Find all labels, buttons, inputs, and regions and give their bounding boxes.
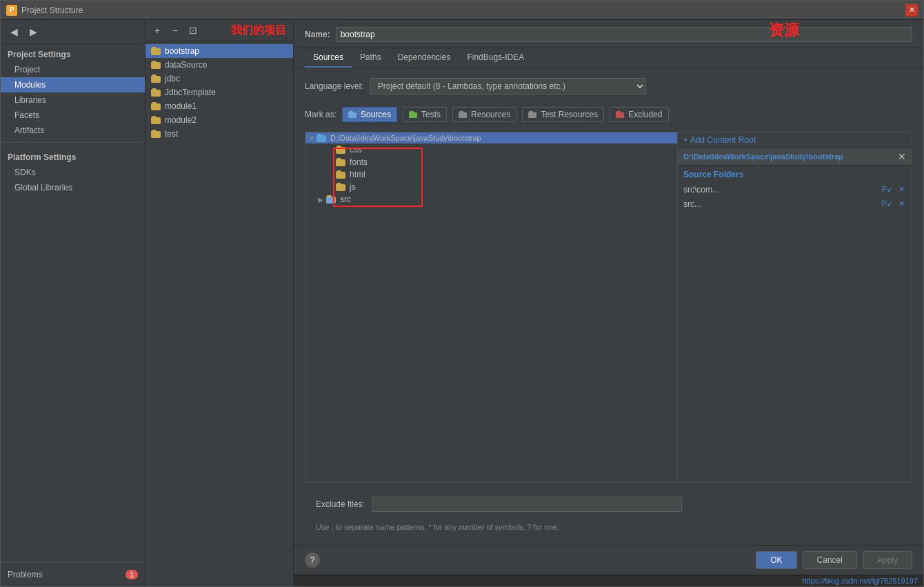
tree-item-css[interactable]: css (305, 143, 677, 156)
sidebar-item-project[interactable]: Project (1, 62, 145, 77)
tree-root-item[interactable]: ▼ D:\Data\IdeaWorkSpace\javaStudy\bootst… (305, 132, 677, 143)
name-label: Name: (305, 30, 330, 39)
tab-paths[interactable]: Paths (352, 48, 390, 68)
sidebar: ◀ ▶ Project Settings Project Modules Lib… (1, 20, 145, 586)
sidebar-item-global-libraries[interactable]: Global Libraries (1, 180, 145, 195)
source-folder-item-src: src... P↙ ✕ (678, 197, 912, 211)
panel-content: Language level: Project default (8 - Lam… (294, 68, 923, 545)
platform-settings-title: Platform Settings (1, 147, 145, 165)
tab-dependencies[interactable]: Dependencies (390, 48, 459, 68)
bottom-left: ? (305, 553, 320, 568)
ok-button[interactable]: OK (756, 551, 796, 569)
url-bar: https://blog.csdn.net/lgl782519197 (294, 575, 923, 586)
source-folder-edit-button[interactable]: P↙ (881, 184, 894, 195)
source-folder-item-srccom: src\com... P↙ ✕ (678, 182, 912, 197)
html-folder-icon (336, 170, 347, 179)
source-panel: + Add Content Root D:\Data\IdeaWorkSpace… (678, 132, 912, 483)
sidebar-item-facets[interactable]: Facets (1, 108, 145, 123)
tab-findbugs[interactable]: FindBugs-IDEA (459, 48, 532, 68)
name-row: Name: (294, 20, 923, 48)
css-folder-icon (336, 146, 347, 154)
module-item-bootstrap[interactable]: bootstrap (145, 44, 293, 58)
js-folder-icon (336, 183, 347, 191)
test-resources-folder-icon (528, 111, 538, 118)
sidebar-item-libraries[interactable]: Libraries (1, 92, 145, 108)
source-folder-edit-button-2[interactable]: P↙ (881, 199, 894, 209)
problems-label: Problems (8, 570, 125, 579)
bottom-right: OK Cancel Apply (756, 551, 912, 569)
mark-test-resources-button[interactable]: Test Resources (522, 107, 604, 122)
folder-icon (151, 88, 162, 97)
source-folder-path-srccom: src\com... (683, 185, 881, 195)
source-folder-remove-button[interactable]: ✕ (897, 184, 906, 195)
tree-item-src[interactable]: ▶ src (305, 193, 677, 206)
window-title: Project Structure (21, 6, 905, 15)
sidebar-item-modules[interactable]: Modules (1, 77, 145, 92)
tree-item-fonts[interactable]: fonts (305, 156, 677, 168)
module-list: + − ⊡ 我们的项目 bootstrap dataSource (145, 20, 294, 586)
add-content-root-button[interactable]: + Add Content Root (683, 135, 756, 145)
exclude-hint: Use ; to separate name patterns, * for a… (305, 521, 912, 538)
module-item-test[interactable]: test (145, 127, 293, 141)
main-content: ◀ ▶ Project Settings Project Modules Lib… (1, 20, 923, 586)
language-level-row: Language level: Project default (8 - Lam… (305, 75, 912, 97)
folder-icon (151, 116, 162, 124)
copy-module-button[interactable]: ⊡ (185, 23, 201, 38)
add-module-button[interactable]: + (150, 23, 165, 38)
sidebar-item-problems[interactable]: Problems 1 (1, 567, 145, 582)
exclude-label: Exclude files: (316, 499, 365, 509)
sidebar-item-sdks[interactable]: SDKs (1, 165, 145, 180)
title-bar: P Project Structure ✕ (1, 1, 923, 20)
mark-as-label: Mark as: (305, 110, 337, 119)
tree-item-js[interactable]: js (305, 181, 677, 193)
module-item-module2[interactable]: module2 (145, 113, 293, 127)
mark-tests-button[interactable]: Tests (403, 107, 447, 122)
apply-button[interactable]: Apply (863, 551, 912, 569)
fonts-folder-icon (336, 158, 347, 166)
folder-icon (151, 102, 162, 110)
close-button[interactable]: ✕ (905, 4, 918, 17)
mark-as-row: Mark as: Sources Tests Resources (305, 104, 912, 125)
module-toolbar: + − ⊡ 我们的项目 (145, 20, 293, 41)
name-input[interactable] (336, 27, 912, 42)
tree-item-html[interactable]: html (305, 168, 677, 181)
module-item-jdbctemplate[interactable]: JdbcTemplate (145, 86, 293, 99)
mark-resources-button[interactable]: Resources (452, 107, 516, 122)
lang-level-label: Language level: (305, 81, 363, 91)
module-item-module1[interactable]: module1 (145, 99, 293, 113)
resources-folder-icon (459, 111, 468, 118)
source-folder-actions-2: P↙ ✕ (881, 199, 906, 209)
back-button[interactable]: ◀ (6, 24, 21, 39)
source-panel-header: D:\Data\IdeaWorkSpace\javaStudy\bootstra… (678, 148, 912, 166)
mark-excluded-button[interactable]: Excluded (610, 107, 668, 122)
lang-level-select[interactable]: Project default (8 - Lambdas, type annot… (370, 78, 646, 94)
cancel-button[interactable]: Cancel (803, 551, 857, 569)
folder-icon (151, 130, 162, 138)
file-tree-row: ▼ D:\Data\IdeaWorkSpace\javaStudy\bootst… (305, 132, 912, 483)
forward-button[interactable]: ▶ (26, 24, 41, 39)
sidebar-divider (1, 142, 145, 143)
mark-sources-button[interactable]: Sources (342, 107, 397, 122)
exclude-input[interactable] (372, 497, 682, 512)
module-item-datasource[interactable]: dataSource (145, 58, 293, 72)
content-container: 资源 Name: Sources Paths Dependencies Find… (294, 20, 923, 545)
root-folder-icon (317, 134, 328, 142)
tree-arrow-down: ▼ (308, 135, 317, 142)
source-folders-title: Source Folders (678, 166, 912, 182)
src-folder-icon (326, 195, 337, 203)
exclude-files-row: Exclude files: (305, 490, 912, 515)
file-tree[interactable]: ▼ D:\Data\IdeaWorkSpace\javaStudy\bootst… (305, 132, 678, 483)
source-panel-close-icon[interactable]: ✕ (898, 151, 906, 162)
main-window: P Project Structure ✕ ◀ ▶ Project Settin… (0, 0, 924, 587)
module-item-jdbc[interactable]: jdbc (145, 72, 293, 86)
source-folder-remove-button-2[interactable]: ✕ (897, 199, 906, 209)
help-button[interactable]: ? (305, 553, 320, 568)
sidebar-item-artifacts[interactable]: Artifacts (1, 123, 145, 138)
tab-sources[interactable]: Sources (305, 48, 352, 68)
sources-folder-icon (348, 111, 358, 118)
problems-badge: 1 (125, 570, 138, 579)
sidebar-bottom: Problems 1 (1, 562, 145, 586)
tabs-row: Sources Paths Dependencies FindBugs-IDEA (294, 48, 923, 68)
remove-module-button[interactable]: − (168, 23, 183, 38)
root-path-label: D:\Data\IdeaWorkSpace\javaStudy\bootstra… (330, 134, 481, 142)
